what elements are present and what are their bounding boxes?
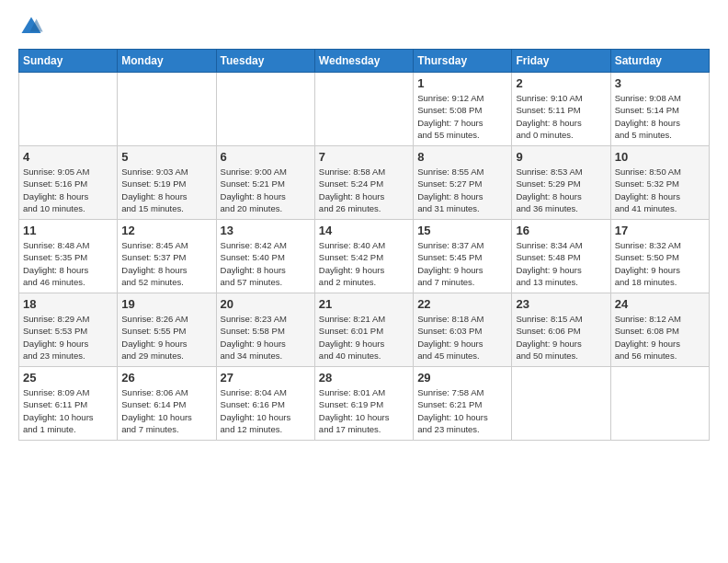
header-cell-monday: Monday [118, 50, 216, 73]
calendar-cell: 22Sunrise: 8:18 AMSunset: 6:03 PMDayligh… [414, 293, 512, 367]
day-number: 6 [221, 150, 311, 164]
calendar-cell: 6Sunrise: 9:00 AMSunset: 5:21 PMDaylight… [216, 146, 314, 220]
day-info: Sunrise: 8:18 AMSunset: 6:03 PMDaylight:… [417, 313, 507, 362]
header-cell-saturday: Saturday [610, 50, 709, 73]
calendar-cell: 11Sunrise: 8:48 AMSunset: 5:35 PMDayligh… [19, 220, 118, 293]
day-info: Sunrise: 8:32 AMSunset: 5:50 PMDaylight:… [615, 239, 705, 288]
day-info: Sunrise: 9:00 AMSunset: 5:21 PMDaylight:… [221, 166, 311, 214]
calendar-cell [118, 73, 216, 146]
calendar-cell: 3Sunrise: 9:08 AMSunset: 5:14 PMDaylight… [610, 73, 709, 146]
header-cell-sunday: Sunday [19, 50, 118, 73]
calendar-cell: 29Sunrise: 7:58 AMSunset: 6:21 PMDayligh… [414, 367, 512, 441]
day-number: 21 [319, 297, 409, 311]
day-number: 26 [121, 371, 211, 385]
day-info: Sunrise: 8:55 AMSunset: 5:27 PMDaylight:… [417, 166, 507, 214]
calendar-cell [512, 367, 610, 441]
day-info: Sunrise: 8:26 AMSunset: 5:55 PMDaylight:… [121, 313, 211, 362]
calendar-cell: 18Sunrise: 8:29 AMSunset: 5:53 PMDayligh… [19, 293, 118, 367]
day-info: Sunrise: 8:21 AMSunset: 6:01 PMDaylight:… [319, 313, 409, 362]
week-row-4: 25Sunrise: 8:09 AMSunset: 6:11 PMDayligh… [19, 367, 710, 441]
calendar-cell: 20Sunrise: 8:23 AMSunset: 5:58 PMDayligh… [216, 293, 314, 367]
day-info: Sunrise: 8:58 AMSunset: 5:24 PMDaylight:… [319, 166, 409, 214]
header-cell-friday: Friday [512, 50, 610, 73]
day-info: Sunrise: 8:01 AMSunset: 6:19 PMDaylight:… [319, 386, 409, 435]
calendar-cell [610, 367, 709, 441]
logo [18, 14, 49, 40]
day-number: 29 [417, 371, 507, 385]
day-number: 14 [319, 224, 409, 237]
day-number: 7 [319, 150, 409, 164]
day-number: 24 [615, 297, 705, 311]
calendar-header: SundayMondayTuesdayWednesdayThursdayFrid… [19, 50, 710, 73]
calendar-cell: 23Sunrise: 8:15 AMSunset: 6:06 PMDayligh… [512, 293, 610, 367]
calendar-cell [216, 73, 314, 146]
calendar-cell [19, 73, 118, 146]
day-number: 22 [417, 297, 507, 311]
day-info: Sunrise: 8:15 AMSunset: 6:06 PMDaylight:… [516, 313, 606, 362]
calendar-cell: 4Sunrise: 9:05 AMSunset: 5:16 PMDaylight… [19, 146, 118, 220]
day-info: Sunrise: 8:37 AMSunset: 5:45 PMDaylight:… [417, 239, 507, 288]
week-row-0: 1Sunrise: 9:12 AMSunset: 5:08 PMDaylight… [19, 73, 710, 146]
calendar-cell: 19Sunrise: 8:26 AMSunset: 5:55 PMDayligh… [118, 293, 216, 367]
day-number: 9 [516, 150, 606, 164]
day-info: Sunrise: 8:09 AMSunset: 6:11 PMDaylight:… [23, 386, 113, 435]
calendar-cell: 16Sunrise: 8:34 AMSunset: 5:48 PMDayligh… [512, 220, 610, 293]
calendar-body: 1Sunrise: 9:12 AMSunset: 5:08 PMDaylight… [19, 73, 710, 441]
day-number: 12 [121, 224, 211, 237]
week-row-3: 18Sunrise: 8:29 AMSunset: 5:53 PMDayligh… [19, 293, 710, 367]
calendar-cell: 15Sunrise: 8:37 AMSunset: 5:45 PMDayligh… [414, 220, 512, 293]
day-number: 3 [615, 76, 705, 90]
day-info: Sunrise: 9:08 AMSunset: 5:14 PMDaylight:… [615, 92, 705, 141]
header-cell-thursday: Thursday [414, 50, 512, 73]
calendar-cell: 5Sunrise: 9:03 AMSunset: 5:19 PMDaylight… [118, 146, 216, 220]
calendar-cell: 2Sunrise: 9:10 AMSunset: 5:11 PMDaylight… [512, 73, 610, 146]
day-info: Sunrise: 9:05 AMSunset: 5:16 PMDaylight:… [23, 166, 113, 214]
header [18, 14, 710, 40]
day-info: Sunrise: 9:10 AMSunset: 5:11 PMDaylight:… [516, 92, 606, 141]
day-number: 17 [615, 224, 705, 237]
calendar-cell: 13Sunrise: 8:42 AMSunset: 5:40 PMDayligh… [216, 220, 314, 293]
day-number: 28 [319, 371, 409, 385]
calendar-cell: 24Sunrise: 8:12 AMSunset: 6:08 PMDayligh… [610, 293, 709, 367]
day-number: 16 [516, 224, 606, 237]
day-info: Sunrise: 7:58 AMSunset: 6:21 PMDaylight:… [417, 386, 507, 435]
day-info: Sunrise: 8:45 AMSunset: 5:37 PMDaylight:… [121, 239, 211, 288]
calendar-cell: 14Sunrise: 8:40 AMSunset: 5:42 PMDayligh… [314, 220, 413, 293]
day-info: Sunrise: 8:34 AMSunset: 5:48 PMDaylight:… [516, 239, 606, 288]
day-number: 1 [417, 76, 507, 90]
day-info: Sunrise: 9:12 AMSunset: 5:08 PMDaylight:… [417, 92, 507, 141]
day-info: Sunrise: 8:06 AMSunset: 6:14 PMDaylight:… [121, 386, 211, 435]
calendar-cell [314, 73, 413, 146]
calendar-cell: 17Sunrise: 8:32 AMSunset: 5:50 PMDayligh… [610, 220, 709, 293]
calendar-cell: 12Sunrise: 8:45 AMSunset: 5:37 PMDayligh… [118, 220, 216, 293]
day-number: 15 [417, 224, 507, 237]
day-number: 18 [23, 297, 113, 311]
calendar-cell: 9Sunrise: 8:53 AMSunset: 5:29 PMDaylight… [512, 146, 610, 220]
calendar-cell: 25Sunrise: 8:09 AMSunset: 6:11 PMDayligh… [19, 367, 118, 441]
header-cell-wednesday: Wednesday [314, 50, 413, 73]
day-number: 23 [516, 297, 606, 311]
day-info: Sunrise: 8:42 AMSunset: 5:40 PMDaylight:… [221, 239, 311, 288]
day-number: 8 [417, 150, 507, 164]
logo-icon [18, 14, 44, 40]
calendar-cell: 7Sunrise: 8:58 AMSunset: 5:24 PMDaylight… [314, 146, 413, 220]
day-info: Sunrise: 8:29 AMSunset: 5:53 PMDaylight:… [23, 313, 113, 362]
day-info: Sunrise: 8:50 AMSunset: 5:32 PMDaylight:… [615, 166, 705, 214]
day-number: 10 [615, 150, 705, 164]
day-info: Sunrise: 8:12 AMSunset: 6:08 PMDaylight:… [615, 313, 705, 362]
day-info: Sunrise: 8:04 AMSunset: 6:16 PMDaylight:… [221, 386, 311, 435]
calendar-cell: 27Sunrise: 8:04 AMSunset: 6:16 PMDayligh… [216, 367, 314, 441]
day-number: 27 [221, 371, 311, 385]
day-number: 20 [221, 297, 311, 311]
day-info: Sunrise: 8:40 AMSunset: 5:42 PMDaylight:… [319, 239, 409, 288]
calendar-cell: 26Sunrise: 8:06 AMSunset: 6:14 PMDayligh… [118, 367, 216, 441]
day-info: Sunrise: 8:53 AMSunset: 5:29 PMDaylight:… [516, 166, 606, 214]
day-info: Sunrise: 9:03 AMSunset: 5:19 PMDaylight:… [121, 166, 211, 214]
day-number: 13 [221, 224, 311, 237]
header-cell-tuesday: Tuesday [216, 50, 314, 73]
week-row-1: 4Sunrise: 9:05 AMSunset: 5:16 PMDaylight… [19, 146, 710, 220]
day-number: 4 [23, 150, 113, 164]
calendar-cell: 1Sunrise: 9:12 AMSunset: 5:08 PMDaylight… [414, 73, 512, 146]
calendar-table: SundayMondayTuesdayWednesdayThursdayFrid… [18, 49, 710, 441]
day-number: 5 [121, 150, 211, 164]
